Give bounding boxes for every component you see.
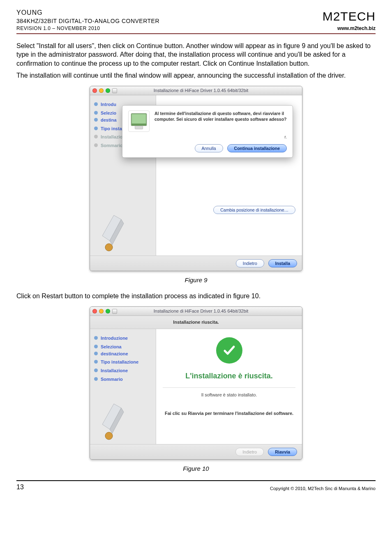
copyright: Copyright © 2010, M2Tech Snc di Manunta … [24,486,376,492]
success-title: L'installazione è riuscita. [163,371,295,381]
change-location-row: Cambia posizione di installazione… [163,206,295,214]
sidebar-item-introduzione: Introduzione [94,334,152,343]
header-right: M2TECH www.m2tech.biz [323,8,376,32]
brand-logo: M2TECH [323,8,376,25]
connector-illustration [97,396,130,441]
installer-window-10: Installazione di HiFace Driver 1.0.45 64… [90,306,302,460]
sidebar-item-destinazione: destinazione [94,350,152,358]
continue-install-button[interactable]: Continua installazione [227,144,287,152]
page-number: 13 [16,483,24,492]
success-message: Il software è stato installato. [163,392,295,398]
bottom-button-row: Indietro Riavvia [90,444,302,459]
product-subtitle: 384KHZ/32BIT DIGITAL-TO-ANALOG CONVERTER [16,17,159,25]
figure-9-caption: Figure 9 [16,276,376,284]
window-title: Installazione di HiFace Driver 1.0.45 64… [121,308,281,314]
svg-rect-5 [135,126,143,129]
paragraph-mid: Click on Restart button to complete the … [16,292,376,301]
window-body: Introduzione Seleziona destinazione Tipo… [90,329,302,444]
traffic-minimize-icon[interactable] [99,88,104,93]
header-left: YOUNG 384KHZ/32BIT DIGITAL-TO-ANALOG CON… [16,8,159,32]
figure-9-wrap: Installazione di HiFace Driver 1.0.45 64… [16,86,376,271]
traffic-zoom-icon[interactable] [106,88,110,93]
traffic-close-icon[interactable] [92,88,97,93]
paragraph-2: The installation will continue until the… [16,71,376,80]
title-app-icon [112,88,117,93]
connector-illustration [97,207,130,252]
cancel-button[interactable]: Annulla [195,144,223,152]
titlebar: Installazione di HiFace Driver 1.0.45 64… [90,86,302,95]
paragraph-1: Select "Install for all users", then cli… [16,41,376,68]
sidebar-item-sommario: Sommario [94,375,152,384]
sidebar-item-tipo: Tipo installazione [94,358,152,366]
figure-10-caption: Figure 10 [16,465,376,473]
product-title: YOUNG [16,8,159,17]
restart-button[interactable]: Riavvia [268,448,297,456]
install-button[interactable]: Installa [268,259,297,267]
window-title: Installazione di HiFace Driver 1.0.45 64… [121,88,281,94]
dialog-subtext: r. [128,134,287,140]
svg-rect-4 [132,114,146,124]
traffic-close-icon[interactable] [92,309,97,313]
window-body: Introdu Selezio destina Tipo installazio… [90,95,302,256]
svg-point-8 [105,432,113,440]
back-button[interactable]: Indietro [236,259,264,267]
brand-url: www.m2tech.biz [323,25,376,32]
figure-10-wrap: Installazione di HiFace Driver 1.0.45 64… [16,306,376,460]
revision-line: REVISION 1.0 – NOVEMBER 2010 [16,25,159,32]
dialog-text: Al termine dell'installazione di questo … [154,111,287,122]
installer-window-9: Installazione di HiFace Driver 1.0.45 64… [90,86,302,271]
sidebar-item-installazione: Installazione [94,366,152,375]
center-pane: L'installazione è riuscita. Il software … [156,329,302,444]
title-app-icon [112,309,117,314]
window-header: Installazione riuscita. [90,316,302,329]
dialog-buttons: Annulla Continua installazione [128,144,287,152]
change-location-button[interactable]: Cambia posizione di installazione… [213,206,295,214]
confirm-dialog: Al termine dell'installazione di questo … [122,105,293,158]
bottom-button-row: Indietro Installa [90,256,302,271]
page-header: YOUNG 384KHZ/32BIT DIGITAL-TO-ANALOG CON… [16,8,376,34]
traffic-minimize-icon[interactable] [99,309,104,313]
success-instruction: Fai clic su Riavvia per terminare l'inst… [163,410,295,417]
page-footer: 13 Copyright © 2010, M2Tech Snc di Manun… [16,480,376,492]
checkmark-icon [216,337,242,364]
back-button: Indietro [235,448,264,456]
traffic-zoom-icon[interactable] [106,309,110,313]
dialog-icon [128,111,150,132]
titlebar: Installazione di HiFace Driver 1.0.45 64… [90,307,302,316]
svg-point-2 [105,244,113,251]
